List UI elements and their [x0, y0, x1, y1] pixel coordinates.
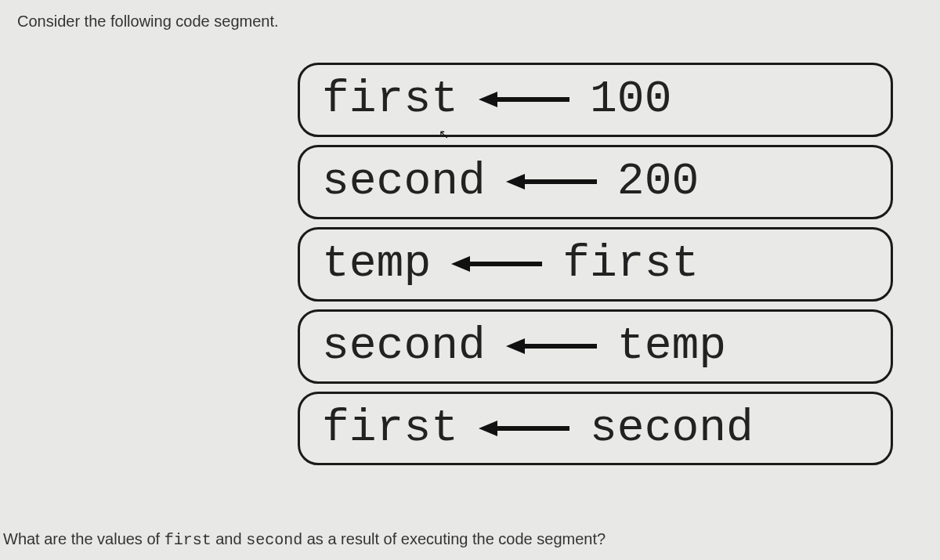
assign-arrow-icon	[477, 417, 571, 439]
lhs: second	[322, 158, 486, 206]
svg-marker-1	[479, 92, 497, 107]
code-line-4: second temp	[298, 309, 893, 384]
code-line-5: first second	[298, 392, 893, 466]
lhs: second	[322, 323, 486, 370]
lhs: first	[322, 76, 458, 124]
q-var2: second	[246, 531, 302, 549]
q-mid: and	[212, 530, 246, 547]
lhs: temp	[322, 240, 431, 288]
rhs: second	[590, 405, 754, 453]
code-line-1: first 100	[298, 63, 893, 137]
rhs: first	[562, 240, 699, 288]
code-line-2: second 200	[298, 145, 893, 219]
rhs: 200	[617, 158, 699, 206]
question-text: What are the values of first and second …	[3, 530, 606, 549]
svg-marker-7	[506, 338, 525, 354]
assign-arrow-icon	[504, 335, 598, 357]
q-var1: first	[164, 531, 212, 549]
assign-arrow-icon	[477, 89, 571, 110]
svg-marker-3	[506, 174, 525, 190]
svg-marker-9	[479, 421, 497, 436]
assign-arrow-icon	[450, 253, 544, 275]
assign-arrow-icon	[504, 171, 598, 193]
lhs: first	[322, 405, 458, 453]
intro-text: Consider the following code segment.	[17, 13, 279, 31]
q-pre: What are the values of	[3, 530, 164, 547]
code-segment: first 100 second 200 temp first	[298, 63, 893, 473]
code-line-3: temp first	[298, 227, 893, 302]
rhs: temp	[617, 323, 726, 370]
svg-marker-5	[451, 256, 470, 272]
q-post: as a result of executing the code segmen…	[302, 530, 606, 547]
rhs: 100	[590, 76, 671, 124]
